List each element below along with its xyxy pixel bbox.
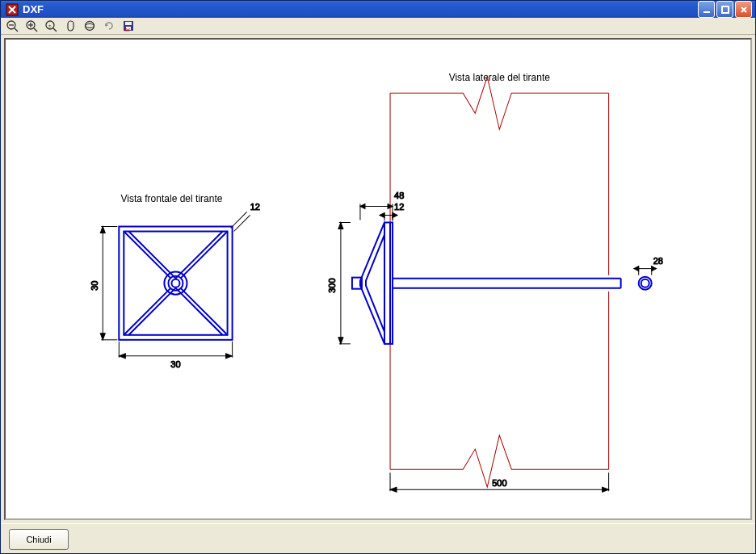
svg-line-31 (234, 215, 250, 231)
side-view-title: Vista laterale del tirante (449, 72, 551, 83)
svg-line-11 (53, 28, 57, 31)
side-dim-top1: 48 (394, 191, 404, 200)
drawing-canvas[interactable]: Vista frontale del tirante (4, 38, 752, 520)
front-dim-vertical: 30 (90, 281, 99, 291)
dxf-drawing: Vista frontale del tirante (6, 40, 750, 518)
app-icon (6, 3, 19, 16)
canvas-area: Vista frontale del tirante (1, 35, 755, 523)
svg-point-23 (171, 279, 179, 287)
window-controls (698, 1, 752, 18)
pan-icon[interactable] (62, 18, 78, 34)
close-button[interactable] (735, 1, 752, 18)
svg-rect-33 (384, 222, 393, 343)
front-view-title: Vista frontale del tirante (120, 193, 222, 204)
refresh-icon[interactable] (101, 18, 117, 34)
save-dxf-icon[interactable]: dxf (120, 18, 136, 34)
titlebar: DXF (1, 1, 755, 18)
side-dim-horizontal: 500 (492, 478, 506, 488)
side-dim-vertical: 300 (327, 278, 337, 292)
side-dim-ring: 28 (653, 256, 663, 266)
maximize-button[interactable] (716, 1, 733, 18)
svg-point-14 (86, 24, 94, 28)
window-title: DXF (23, 3, 698, 15)
toolbar: ± dxf (1, 18, 755, 35)
close-button-footer[interactable]: Chiudi (9, 529, 69, 550)
zoom-in-icon[interactable] (23, 18, 40, 34)
zoom-fit-icon[interactable]: ± (43, 18, 59, 34)
svg-rect-16 (125, 22, 132, 25)
svg-point-13 (86, 22, 94, 31)
minimize-button[interactable] (698, 1, 715, 18)
front-dim-callout: 12 (250, 202, 260, 212)
svg-line-7 (34, 28, 37, 31)
svg-line-30 (231, 212, 247, 228)
svg-line-4 (15, 28, 18, 31)
orbit-icon[interactable] (82, 18, 98, 34)
footer: Chiudi (1, 523, 755, 554)
side-view: Vista laterale del tirante (327, 72, 663, 492)
svg-rect-2 (722, 6, 729, 13)
app-window: DXF ± (0, 0, 756, 554)
side-dim-top2: 12 (394, 202, 404, 212)
svg-text:±: ± (48, 23, 52, 28)
zoom-out-icon[interactable] (4, 18, 20, 34)
front-dim-horizontal: 30 (170, 359, 180, 369)
svg-rect-1 (704, 11, 710, 13)
svg-point-39 (641, 279, 649, 287)
front-view: Vista frontale del tirante (90, 193, 260, 368)
svg-text:dxf: dxf (124, 27, 130, 32)
